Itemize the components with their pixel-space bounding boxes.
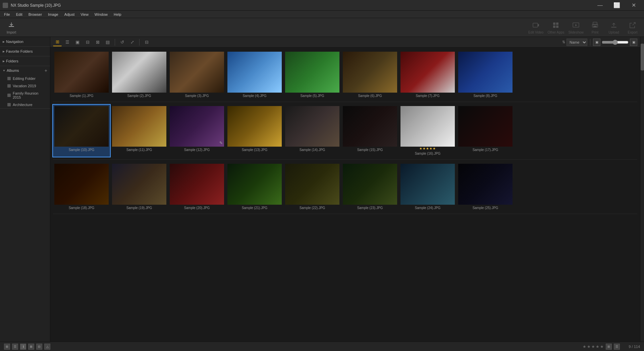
star-5[interactable]: ★ <box>600 344 604 349</box>
list-view-icon[interactable]: ☰ <box>12 344 18 350</box>
grid-cell-0-3[interactable]: Sample (4).JPG <box>226 50 283 99</box>
grid-cell-1-2[interactable]: ✎Sample (12).JPG <box>168 105 225 157</box>
zoom-slider[interactable] <box>602 40 629 45</box>
grid-cell-2-4[interactable]: Sample (22).JPG <box>284 162 341 211</box>
title-text: NX Studio Sample (10).JPG <box>11 3 61 8</box>
star-2[interactable]: ★ <box>587 344 591 349</box>
grid-view-button[interactable]: ⊞ <box>53 38 62 46</box>
scrollbar-thumb[interactable] <box>641 44 644 70</box>
menubar: FileEditBrowserImageAdjustViewWindowHelp <box>0 11 644 18</box>
grid-cell-1-5[interactable]: Sample (15).JPG <box>341 105 398 157</box>
print-button[interactable]: Print <box>588 20 602 34</box>
grid-cell-2-2[interactable]: Sample (20).JPG <box>168 162 225 211</box>
scrollbar-track[interactable] <box>640 37 644 342</box>
folders-header[interactable]: ▶ Folders <box>0 56 50 66</box>
thumb-wrapper-2-4 <box>285 164 339 205</box>
grid-cell-0-6[interactable]: Sample (7).JPG <box>399 50 456 99</box>
navigation-header[interactable]: ▶ Navigation <box>0 37 50 46</box>
menu-item-image[interactable]: Image <box>45 12 61 17</box>
thumb-wrapper-1-2: ✎ <box>170 106 224 147</box>
close-button[interactable]: ✕ <box>626 0 641 11</box>
maximize-button[interactable]: ⬜ <box>609 0 625 11</box>
export-button[interactable]: Export <box>625 20 640 34</box>
grid-cell-0-0[interactable]: Sample (1).JPG <box>53 50 110 99</box>
grid-cell-1-1[interactable]: Sample (11).JPG <box>111 105 168 157</box>
grid-cell-1-6[interactable]: ★★★★★Sample (16).JPG <box>399 105 456 157</box>
grid-cell-2-6[interactable]: Sample (24).JPG <box>399 162 456 211</box>
add-album-button[interactable]: + <box>45 68 47 73</box>
menu-item-adjust[interactable]: Adjust <box>62 12 77 17</box>
status-grid-view[interactable]: ⊞ <box>606 344 612 350</box>
import-button[interactable]: Import <box>4 20 19 34</box>
thumb-placeholder-2-0 <box>54 164 109 205</box>
grid-cell-1-7[interactable]: Sample (17).JPG <box>457 105 514 157</box>
rotate-left-button[interactable]: ↺ <box>118 38 126 46</box>
thumb-placeholder-2-7 <box>458 164 513 205</box>
menu-item-edit[interactable]: Edit <box>13 12 25 17</box>
grid-cell-0-7[interactable]: Sample (8).JPG <box>457 50 514 99</box>
star-3[interactable]: ★ <box>591 344 595 349</box>
grid-cell-2-7[interactable]: Sample (25).JPG <box>457 162 514 211</box>
full-view-button[interactable]: ▤ <box>103 38 112 46</box>
album-item-3[interactable]: Architecture <box>0 101 50 108</box>
thumb-placeholder-2-1 <box>112 164 166 205</box>
grid-cell-0-5[interactable]: Sample (6).JPG <box>341 50 398 99</box>
slideshow-button[interactable]: Slideshow <box>568 20 584 34</box>
grid-size-small-button[interactable]: ▣ <box>593 39 600 46</box>
grid-cell-1-0[interactable]: Sample (10).JPG <box>53 105 110 157</box>
album-item-1[interactable]: Vacation 2019 <box>0 82 50 90</box>
grid-cell-0-2[interactable]: Sample (3).JPG <box>168 50 225 99</box>
sort-icon: ⇅ <box>562 40 565 44</box>
expand-button[interactable]: ⤢ <box>128 38 137 46</box>
grid-icon-sm[interactable]: ⊠ <box>28 344 34 350</box>
thumb-placeholder-2-3 <box>227 164 282 205</box>
grid-cell-2-0[interactable]: Sample (18).JPG <box>53 162 110 211</box>
album-item-0[interactable]: Editing Folder <box>0 75 50 82</box>
compare-view-button[interactable]: ⊟ <box>83 38 92 46</box>
grid-cell-0-4[interactable]: Sample (5).JPG <box>284 50 341 99</box>
upload-button[interactable]: Upload <box>606 20 621 34</box>
thumb-view-icon[interactable]: ⊞ <box>4 344 10 350</box>
filmstrip-view-button[interactable]: ⊠ <box>93 38 102 46</box>
grid-size-large-button[interactable]: ▣ <box>630 39 637 46</box>
minimize-button[interactable]: — <box>592 0 608 11</box>
other-apps-button[interactable]: Other Apps <box>547 20 564 34</box>
thumb-wrapper-1-4 <box>285 106 339 147</box>
star-4[interactable]: ★ <box>596 344 599 349</box>
grid-cell-2-5[interactable]: Sample (23).JPG <box>341 162 398 211</box>
menu-item-browser[interactable]: Browser <box>26 12 45 17</box>
grid-cell-0-1[interactable]: Sample (2).JPG <box>111 50 168 99</box>
grid-cell-2-1[interactable]: Sample (19).JPG <box>111 162 168 211</box>
grid-cell-1-3[interactable]: Sample (13).JPG <box>226 105 283 157</box>
status-list-view[interactable]: ☰ <box>614 344 620 350</box>
filter-button[interactable]: ⊟ <box>142 38 151 46</box>
menu-item-window[interactable]: Window <box>92 12 110 17</box>
menu-item-help[interactable]: Help <box>111 12 124 17</box>
albums-header[interactable]: ▼ Albums + <box>0 66 50 75</box>
map-icon[interactable]: △ <box>44 344 50 350</box>
thumb-wrapper-0-7 <box>458 52 513 93</box>
adjust-icon[interactable]: ⊟ <box>36 344 42 350</box>
grid-cell-1-4[interactable]: Sample (14).JPG <box>284 105 341 157</box>
navigation-label: Navigation <box>6 40 23 44</box>
menu-item-file[interactable]: File <box>1 12 13 17</box>
sort-dropdown[interactable]: Name Date Size Rating <box>567 39 587 46</box>
favorite-folders-header[interactable]: ▶ Favorite Folders <box>0 47 50 56</box>
album-item-2[interactable]: Family Reunion 2015 <box>0 90 50 101</box>
file-label-1-4: Sample (14).JPG <box>285 148 339 152</box>
edit-video-button[interactable]: Edit Video <box>528 20 543 34</box>
thumb-wrapper-1-6 <box>400 106 455 147</box>
star-rating-1-6: ★★★★★ <box>419 147 436 150</box>
info-view-icon[interactable]: ℹ <box>20 344 26 350</box>
thumb-wrapper-2-6 <box>400 164 455 205</box>
slideshow-icon <box>571 20 581 30</box>
favorite-folders-chevron: ▶ <box>3 50 5 53</box>
star-1[interactable]: ★ <box>583 344 586 349</box>
grid-cell-2-3[interactable]: Sample (21).JPG <box>226 162 283 211</box>
file-label-1-3: Sample (13).JPG <box>227 148 282 152</box>
single-view-button[interactable]: ▣ <box>73 38 82 46</box>
file-label-1-5: Sample (15).JPG <box>343 148 397 152</box>
titlebar: NX Studio Sample (10).JPG — ⬜ ✕ <box>0 0 644 11</box>
menu-item-view[interactable]: View <box>78 12 91 17</box>
list-view-button[interactable]: ☰ <box>63 38 72 46</box>
